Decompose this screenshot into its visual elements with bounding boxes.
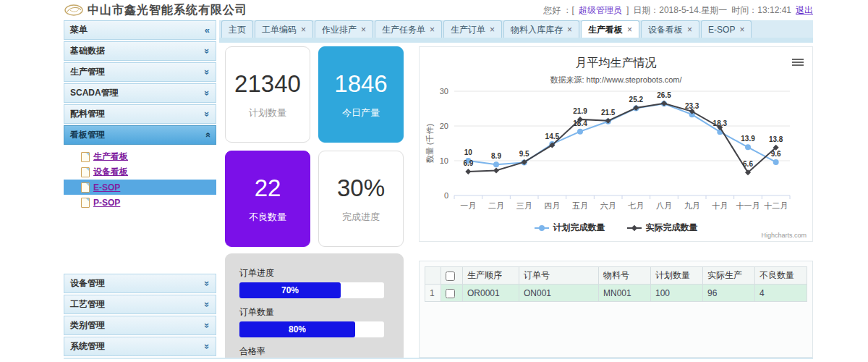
progress-label: 订单数量 (239, 306, 389, 319)
tab-close-icon[interactable]: × (567, 22, 572, 38)
tab-close-icon[interactable]: × (627, 22, 632, 38)
svg-text:30: 30 (440, 87, 448, 96)
production-chart-panel: 月平均生产情况 数据来源: http://www.steprobots.com/… (419, 46, 813, 242)
sidebar-group-系统管理[interactable]: 系统管理» (64, 337, 216, 356)
tab-工单编码[interactable]: 工单编码× (255, 20, 313, 38)
expand-chevron-icon: » (198, 344, 216, 349)
legend-plan-label: 计划完成数量 (553, 222, 605, 234)
svg-text:13.9: 13.9 (741, 135, 755, 143)
dashboard-content: 21340计划数量1846今日产量22不良数量30%完成进度 订单进度70%订单… (219, 43, 813, 358)
top-bar: 中山市鑫光智能系统有限公司 您好 ：[ 超级管理员 ] 日期：2018-5-14… (64, 0, 813, 20)
document-icon (81, 182, 90, 193)
sidebar-group-label: 看板管理 (70, 126, 105, 144)
svg-text:21.9: 21.9 (573, 107, 587, 115)
page: 中山市鑫光智能系统有限公司 您好 ：[ 超级管理员 ] 日期：2018-5-14… (0, 0, 868, 362)
tab-E-SOP[interactable]: E-SOP× (701, 20, 752, 38)
column-header-实际生产: 实际生产 (703, 267, 755, 285)
svg-text:四月: 四月 (544, 201, 560, 210)
kpi-label: 不良数量 (249, 211, 286, 224)
tab-设备看板[interactable]: 设备看板× (641, 20, 699, 38)
svg-text:八月: 八月 (656, 201, 672, 210)
svg-text:8.9: 8.9 (491, 152, 501, 160)
username-link[interactable]: 超级管理员 (579, 4, 622, 17)
chart-credit[interactable]: Highcharts.com (761, 232, 807, 239)
orders-table: 生产顺序订单号物料号计划数量实际生产不良数量生产状态 1OR0001ON001M… (425, 266, 807, 302)
tab-生产订单[interactable]: 生产订单× (443, 20, 502, 38)
tab-label: 主页 (229, 22, 246, 38)
sidebar-item-设备看板[interactable]: 设备看板 (74, 164, 216, 180)
tab-close-icon[interactable]: × (687, 22, 692, 38)
legend-item-plan[interactable]: 计划完成数量 (535, 222, 605, 234)
kpi-card-不良数量: 22不良数量 (225, 151, 310, 247)
column-header-物料号: 物料号 (599, 267, 651, 285)
production-chart-svg: 0102030一月二月三月四月五月六月七月八月九月十月十一月十二月数量 (千件)… (424, 85, 794, 219)
tab-作业排产[interactable]: 作业排产× (315, 20, 373, 38)
sidebar-group-设备管理[interactable]: 设备管理» (64, 274, 216, 293)
tab-label: 生产看板 (588, 22, 623, 38)
svg-text:一月: 一月 (460, 201, 476, 210)
row-checkbox[interactable] (446, 289, 455, 298)
sidebar-group-基础数据[interactable]: 基础数据» (64, 41, 216, 61)
tab-close-icon[interactable]: × (301, 22, 306, 38)
progress-item-订单数量: 订单数量80% (239, 306, 389, 337)
sidebar-group-配料管理[interactable]: 配料管理» (64, 104, 216, 124)
document-icon (81, 152, 90, 162)
tab-close-icon[interactable]: × (739, 22, 744, 38)
tab-strip: 主页工单编码×作业排产×生产任务单×生产订单×物料入库库存×生产看板×设备看板×… (219, 20, 813, 38)
tab-close-icon[interactable]: × (490, 22, 495, 38)
svg-text:13.8: 13.8 (769, 135, 783, 143)
expand-chevron-icon: » (198, 49, 216, 54)
sidebar-item-生产看板[interactable]: 生产看板 (74, 149, 216, 164)
table-cell: MN001 (599, 285, 651, 302)
chart-column: 月平均生产情况 数据来源: http://www.steprobots.com/… (419, 46, 813, 358)
tab-strip-accent (219, 38, 813, 43)
brand: 中山市鑫光智能系统有限公司 (64, 3, 247, 18)
select-all-checkbox[interactable] (446, 272, 455, 281)
collapse-sidebar-icon[interactable]: « (205, 21, 210, 39)
progress-fill: 80% (239, 321, 355, 337)
column-header-计划数量: 计划数量 (651, 267, 703, 285)
expand-chevron-icon: » (198, 323, 216, 328)
orders-table-head: 生产顺序订单号物料号计划数量实际生产不良数量生产状态 (425, 267, 807, 285)
sidebar-group-SCADA管理[interactable]: SCADA管理» (64, 83, 216, 103)
table-cell: 4 (755, 285, 807, 302)
progress-item-订单进度: 订单进度70% (239, 267, 389, 298)
tab-生产任务单[interactable]: 生产任务单× (375, 20, 442, 38)
svg-text:9.5: 9.5 (519, 150, 529, 158)
progress-track: 70% (239, 282, 384, 298)
sidebar-submenu: 生产看板设备看板E-SOPP-SOP (64, 146, 216, 274)
sidebar: 菜单 « 基础数据»生产管理»SCADA管理»配料管理»看板管理»生产看板设备看… (64, 20, 216, 358)
legend-item-actual[interactable]: 实际完成数量 (627, 222, 698, 234)
svg-text:6.9: 6.9 (463, 159, 473, 167)
sidebar-group-类别管理[interactable]: 类别管理» (64, 316, 216, 335)
sidebar-group-看板管理[interactable]: 看板管理» (64, 125, 216, 145)
user-bar: 您好 ：[ 超级管理员 ] 日期：2018-5-14.星期一 时间：13:12:… (543, 4, 813, 17)
row-select-cell (441, 285, 463, 302)
chart-menu-icon[interactable] (792, 57, 804, 67)
sidebar-group-工艺管理[interactable]: 工艺管理» (64, 295, 216, 314)
expand-chevron-icon: » (198, 111, 216, 117)
sidebar-group-生产管理[interactable]: 生产管理» (64, 62, 216, 82)
sidebar-item-label: P-SOP (93, 198, 120, 208)
sidebar-group-label: SCADA管理 (70, 84, 119, 102)
tab-生产看板[interactable]: 生产看板× (581, 20, 639, 38)
tab-主页[interactable]: 主页 (221, 20, 253, 38)
kpi-label: 完成进度 (342, 211, 380, 224)
svg-text:七月: 七月 (627, 201, 644, 210)
logout-link[interactable]: 退出 (796, 4, 813, 17)
tab-close-icon[interactable]: × (430, 22, 435, 38)
sidebar-item-E-SOP[interactable]: E-SOP (64, 180, 216, 195)
sidebar-item-P-SOP[interactable]: P-SOP (74, 195, 216, 210)
svg-text:三月: 三月 (516, 201, 532, 210)
tab-close-icon[interactable]: × (361, 22, 366, 38)
table-row[interactable]: 1OR0001ON001MN001100964true (425, 285, 807, 302)
svg-text:10: 10 (440, 156, 448, 165)
svg-text:25.2: 25.2 (629, 96, 644, 104)
kpi-value: 1846 (334, 70, 387, 98)
sidebar-item-label: 生产看板 (93, 151, 128, 163)
sidebar-item-label: 设备看板 (93, 166, 128, 178)
tab-物料入库库存[interactable]: 物料入库库存× (503, 20, 579, 38)
kpi-value: 30% (337, 174, 385, 202)
progress-item-合格率: 合格率90% (239, 345, 389, 358)
sidebar-menu-header[interactable]: 菜单 « (64, 20, 216, 40)
